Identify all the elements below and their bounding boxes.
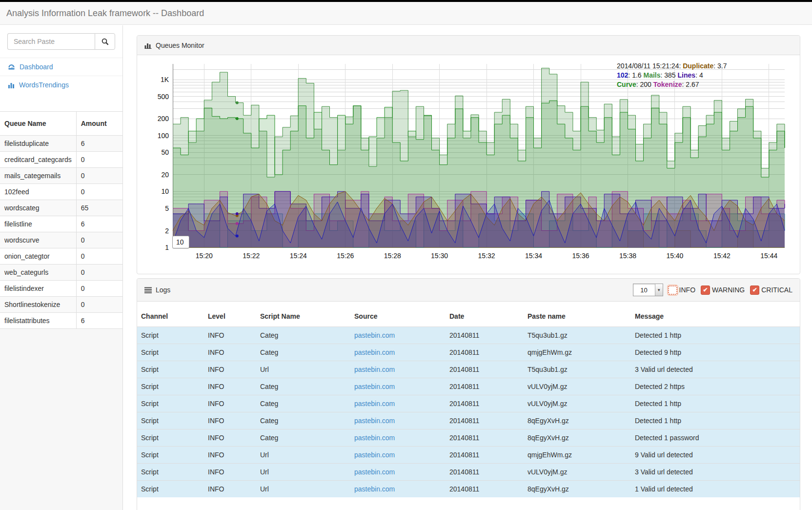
x-axis-label: 15:32 xyxy=(478,252,495,260)
source-link[interactable]: pastebin.com xyxy=(354,383,395,390)
queue-row: mails_categemails0 xyxy=(0,168,122,184)
y-axis-label: 200 xyxy=(158,115,169,122)
legend-text: : 3.7 xyxy=(713,62,727,70)
x-axis-label: 15:26 xyxy=(337,252,354,260)
log-cell: Script xyxy=(137,344,204,361)
log-cell: 20140811 xyxy=(446,481,524,498)
log-row: ScriptINFOCategpastebin.com20140811vULV0… xyxy=(137,395,800,412)
sidebar-item-dashboard[interactable]: Dashboard xyxy=(0,58,122,76)
queues-monitor-panel: Queues Monitor 1K50020010050201052115:20… xyxy=(137,35,800,274)
sidebar: Dashboard WordsTrendings Queue Name Amou… xyxy=(0,25,123,510)
x-axis-label: 15:28 xyxy=(384,252,401,260)
y-axis-label: 20 xyxy=(161,171,169,179)
legend-text: : 385 xyxy=(661,71,678,79)
queues-chart[interactable]: 1K50020010050201052115:2015:2215:2415:26… xyxy=(137,55,800,274)
log-cell: Detected 2 https xyxy=(631,378,800,395)
log-cell: 20140811 xyxy=(446,464,524,481)
log-cell: Categ xyxy=(256,429,350,447)
queue-row: filelistattributes6 xyxy=(0,313,122,329)
log-cell: Detected 1 http xyxy=(631,327,800,344)
log-cell: 20140811 xyxy=(446,447,524,464)
log-cell: Script xyxy=(137,395,204,412)
legend-series-name: 102 xyxy=(617,71,628,79)
log-cell: 3 Valid url detected xyxy=(631,361,800,378)
x-axis-label: 15:36 xyxy=(572,252,589,260)
source-link[interactable]: pastebin.com xyxy=(354,400,395,408)
log-cell: vULV0yjM.gz xyxy=(524,464,631,481)
queue-row: creditcard_categcards0 xyxy=(0,152,122,168)
legend-text: : 2.67 xyxy=(682,81,699,88)
x-axis-label: 15:44 xyxy=(760,252,777,260)
source-link[interactable]: pastebin.com xyxy=(354,331,395,339)
queue-name-cell: filelistline xyxy=(0,216,76,232)
log-cell: Detected 1 http xyxy=(631,395,800,412)
logs-heading: Logs 10 ▼ INFO✔WARNING✔CRITICAL xyxy=(137,279,800,302)
search-button[interactable] xyxy=(95,33,115,50)
queue-amount-cell: 0 xyxy=(76,297,122,313)
panel-title: Logs xyxy=(156,286,170,294)
log-row: ScriptINFOCategpastebin.com20140811qmjgE… xyxy=(137,344,800,361)
source-link[interactable]: pastebin.com xyxy=(354,434,395,442)
legend-line: Curve: 200 Tokenize: 2.67 xyxy=(617,80,783,89)
log-cell: 1 Valid url detected xyxy=(631,481,800,498)
info-filter-checkbox[interactable] xyxy=(668,286,677,295)
search-input[interactable] xyxy=(7,33,95,50)
log-cell: Categ xyxy=(256,378,350,395)
legend-series-name: Mails xyxy=(644,71,661,79)
log-cell: Script xyxy=(137,429,204,447)
queue-table-header-row: Queue Name Amount xyxy=(0,112,122,136)
source-link[interactable]: pastebin.com xyxy=(354,485,395,493)
page-size-select[interactable]: 10 ▼ xyxy=(633,284,663,296)
queue-name-cell: mails_categemails xyxy=(0,168,76,184)
x-axis-label: 15:24 xyxy=(290,252,307,260)
log-cell: Url xyxy=(256,481,350,498)
queue-name-header: Queue Name xyxy=(0,112,76,136)
log-cell: Script xyxy=(137,327,204,344)
chart-legend: 2014/08/11 15:21:24: Duplicate: 3.7102: … xyxy=(617,61,783,89)
hover-point xyxy=(236,212,239,215)
dashboard-icon xyxy=(8,63,15,71)
log-row: ScriptINFOUrlpastebin.com20140811qmjgEhW… xyxy=(137,447,800,464)
queue-table: Queue Name Amount filelistduplicate6cred… xyxy=(0,111,122,329)
log-cell: 8qEgyXvH.gz xyxy=(524,412,631,429)
source-link[interactable]: pastebin.com xyxy=(354,468,395,476)
queue-name-cell: filelistindexer xyxy=(0,281,76,297)
logs-column-header: Paste name xyxy=(524,306,631,327)
x-axis-label: 15:42 xyxy=(713,252,731,260)
log-cell: Url xyxy=(256,447,350,464)
queue-amount-cell: 0 xyxy=(76,168,122,184)
source-link[interactable]: pastebin.com xyxy=(354,417,395,425)
roll-period-input[interactable]: 10 xyxy=(172,236,189,248)
critical-filter-checkbox[interactable]: ✔ xyxy=(750,286,759,295)
log-cell: 20140811 xyxy=(446,395,524,412)
log-cell: 9 Valid url detected xyxy=(631,447,800,464)
y-axis-label: 500 xyxy=(158,93,169,101)
log-cell: Url xyxy=(256,464,350,481)
legend-series-name: Curve xyxy=(617,81,636,88)
queue-row: onion_categtor0 xyxy=(0,248,122,265)
legend-text: : 1.6 xyxy=(628,71,643,79)
queues-monitor-heading: Queues Monitor xyxy=(137,36,800,55)
queue-name-cell: creditcard_categcards xyxy=(0,152,76,168)
log-cell: INFO xyxy=(204,361,256,378)
source-link[interactable]: pastebin.com xyxy=(354,451,395,459)
queue-amount-cell: 0 xyxy=(76,265,122,281)
y-axis-label: 1 xyxy=(165,244,169,251)
log-cell: INFO xyxy=(204,481,256,498)
log-cell: T5qu3ub1.gz xyxy=(524,361,631,378)
log-row: ScriptINFOCategpastebin.com201408118qEgy… xyxy=(137,412,800,429)
legend-text: : 4 xyxy=(695,71,703,79)
logs-column-header: Message xyxy=(631,306,800,327)
source-link[interactable]: pastebin.com xyxy=(354,348,395,356)
source-link[interactable]: pastebin.com xyxy=(354,366,395,373)
logs-column-header: Level xyxy=(204,306,256,327)
log-cell: 20140811 xyxy=(446,327,524,344)
queue-row: filelistindexer0 xyxy=(0,281,122,297)
sidebar-item-wordstrendings[interactable]: WordsTrendings xyxy=(0,76,122,94)
legend-series-name: Duplicate xyxy=(683,62,713,70)
log-cell: 20140811 xyxy=(446,361,524,378)
y-axis-label: 100 xyxy=(158,132,169,140)
warning-filter-checkbox[interactable]: ✔ xyxy=(701,286,710,295)
legend-line: 2014/08/11 15:21:24: Duplicate: 3.7 xyxy=(617,61,783,71)
log-source-cell: pastebin.com xyxy=(350,481,446,498)
